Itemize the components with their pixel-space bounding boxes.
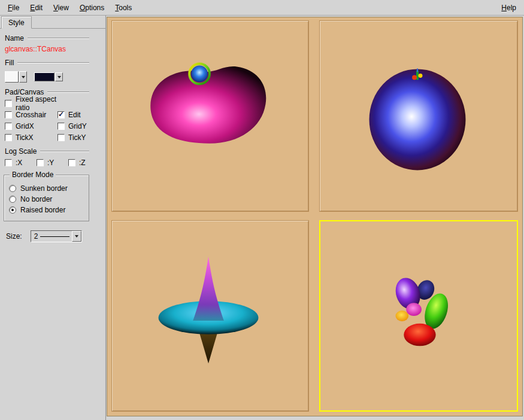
menu-edit[interactable]: Edit xyxy=(25,1,48,14)
checkbox-gridy[interactable]: GridY xyxy=(57,122,87,130)
name-label: Name xyxy=(5,34,24,42)
menu-tools[interactable]: Tools xyxy=(110,1,137,14)
checkbox-row: Fixed aspect ratio xyxy=(5,99,105,108)
chevron-down-icon xyxy=(22,76,25,78)
radio-no-border[interactable]: No border xyxy=(9,195,86,203)
fill-controls xyxy=(5,71,101,83)
gl-surface-sphere[interactable] xyxy=(320,21,517,211)
radio-circle xyxy=(9,185,16,192)
chevron-down-icon xyxy=(75,235,78,238)
radio-label: Sunken border xyxy=(20,184,68,193)
border-mode-group: Border Mode Sunken border No border Rais… xyxy=(4,175,89,221)
menu-help[interactable]: Help xyxy=(496,1,522,14)
line-width-combobox[interactable]: 2 xyxy=(31,230,82,242)
checkbox-label: TickX xyxy=(16,133,34,142)
menu-options[interactable]: Options xyxy=(74,1,110,14)
line-width-value: 2 xyxy=(34,232,38,241)
radio-circle xyxy=(9,196,16,203)
menu-view[interactable]: View xyxy=(48,1,74,14)
menubar: File Edit View Options Tools Help xyxy=(0,0,524,16)
divider xyxy=(40,151,89,152)
gl-surface-twisted[interactable] xyxy=(320,221,517,410)
checkbox-row: Crosshair Edit xyxy=(5,111,105,119)
fill-section-header: Fill xyxy=(5,59,89,67)
checkbox-fixed-aspect-ratio[interactable]: Fixed aspect ratio xyxy=(5,99,57,108)
pad-2[interactable] xyxy=(319,20,518,212)
gl-surface-spinning-top[interactable] xyxy=(112,221,308,411)
divider xyxy=(28,38,89,39)
size-row: Size: 2 xyxy=(6,230,101,242)
checkbox-tickx[interactable]: TickX xyxy=(5,133,57,142)
radio-circle xyxy=(9,206,16,214)
checkbox-box xyxy=(57,134,65,141)
checkbox-edit[interactable]: Edit xyxy=(57,111,81,119)
checkbox-label: :Z xyxy=(79,159,86,167)
tab-strip: Style xyxy=(0,16,105,29)
log-scale-label: Log Scale xyxy=(5,147,37,156)
line-color-dropdown-button[interactable] xyxy=(55,72,63,81)
checkbox-label: Edit xyxy=(68,111,81,119)
checkbox-box xyxy=(5,123,12,130)
fill-label: Fill xyxy=(5,59,14,67)
checkbox-logx[interactable]: :X xyxy=(5,159,37,167)
line-width-sample xyxy=(40,236,69,237)
checkbox-box xyxy=(5,134,12,141)
checkbox-crosshair[interactable]: Crosshair xyxy=(5,111,57,119)
size-label: Size: xyxy=(6,232,22,241)
checkbox-box xyxy=(57,111,65,118)
checkbox-box xyxy=(68,159,75,166)
checkbox-label: GridY xyxy=(68,122,87,130)
gl-canvas[interactable] xyxy=(107,17,523,416)
checkbox-label: :X xyxy=(16,159,22,167)
radio-sunken-border[interactable]: Sunken border xyxy=(9,184,86,193)
style-editor-panel: Style Name glcanvas::TCanvas Fill Pad/Ca… xyxy=(0,16,106,420)
checkbox-box xyxy=(5,100,12,107)
fill-color-swatch[interactable] xyxy=(5,71,19,83)
border-mode-legend: Border Mode xyxy=(10,171,56,179)
checkbox-label: Crosshair xyxy=(16,111,46,119)
checkbox-box xyxy=(37,159,44,166)
chevron-down-icon xyxy=(57,76,61,78)
checkbox-gridx[interactable]: GridX xyxy=(5,122,57,130)
checkbox-box xyxy=(57,123,65,130)
pad-4[interactable] xyxy=(319,220,518,412)
checkbox-row: TickX TickY xyxy=(5,133,105,142)
radio-label: No border xyxy=(20,195,52,203)
checkbox-ticky[interactable]: TickY xyxy=(57,133,86,142)
checkbox-label: Fixed aspect ratio xyxy=(16,95,57,112)
divider xyxy=(47,92,89,93)
checkbox-label: GridX xyxy=(16,122,34,130)
line-color-swatch[interactable] xyxy=(34,72,54,81)
checkbox-logz[interactable]: :Z xyxy=(68,159,100,167)
checkbox-label: TickY xyxy=(68,133,86,142)
gl-surface-kidney[interactable] xyxy=(112,21,308,211)
combobox-arrow-button[interactable] xyxy=(72,231,81,242)
pad-1[interactable] xyxy=(111,20,309,212)
tab-style[interactable]: Style xyxy=(1,16,32,29)
checkbox-logy[interactable]: :Y xyxy=(37,159,68,167)
checkbox-row: :X :Y :Z xyxy=(5,159,105,167)
log-scale-section-header: Log Scale xyxy=(5,147,89,156)
pad-3[interactable] xyxy=(111,220,309,412)
object-name-value: glcanvas::TCanvas xyxy=(5,45,101,53)
fill-color-dropdown-button[interactable] xyxy=(19,71,27,83)
menu-file[interactable]: File xyxy=(2,1,25,14)
checkbox-box xyxy=(5,111,12,118)
checkbox-box xyxy=(5,159,12,166)
radio-label: Raised border xyxy=(20,206,65,214)
checkbox-label: :Y xyxy=(47,159,54,167)
name-section-header: Name xyxy=(5,34,89,42)
checkbox-row: GridX GridY xyxy=(5,122,105,130)
divider xyxy=(17,62,89,63)
radio-raised-border[interactable]: Raised border xyxy=(9,206,86,214)
